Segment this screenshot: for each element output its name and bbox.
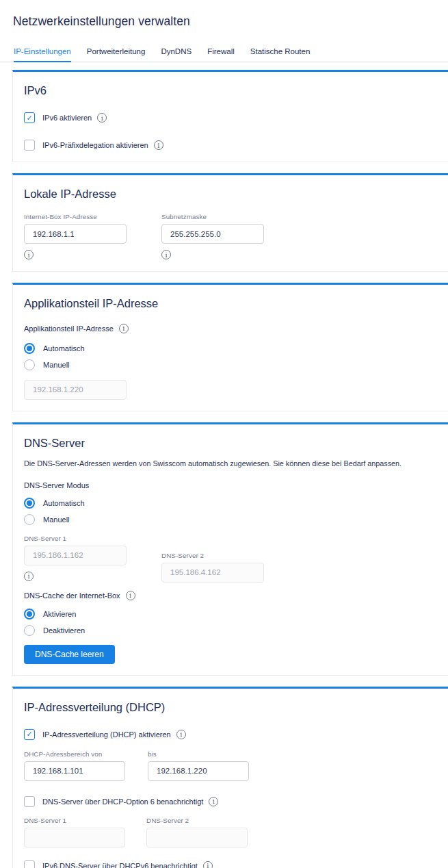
tab-bar: IP-Einstellungen Portweiterleitung DynDN… — [0, 47, 448, 62]
dns-description: Die DNS-Server-Adressen werden von Swiss… — [24, 459, 438, 468]
dns-mode-label: DNS-Server Modus — [24, 481, 89, 489]
info-icon[interactable]: i — [161, 250, 171, 259]
tab-ip-einstellungen[interactable]: IP-Einstellungen — [14, 47, 71, 62]
dhcp-enable-row: IP-Adressverteilung (DHCP) aktivieren i — [24, 729, 438, 740]
dns2-field-group: DNS-Server 2 — [161, 552, 264, 583]
dns-section-title: DNS-Server — [24, 437, 438, 450]
info-icon[interactable]: i — [24, 572, 34, 581]
app-ip-manual-label: Manuell — [43, 361, 70, 369]
tab-firewall[interactable]: Firewall — [207, 47, 235, 62]
dns2-input[interactable] — [161, 563, 264, 583]
info-icon[interactable]: i — [154, 140, 163, 150]
dns-cache-label: DNS-Cache der Internet-Box — [24, 591, 120, 600]
dns-manual-label: Manuell — [43, 515, 70, 524]
dhcp-enable-label: IP-Adressverteilung (DHCP) aktivieren — [42, 730, 171, 739]
dhcp-v6dns-checkbox[interactable] — [24, 860, 35, 868]
dhcp-section-title: IP-Adressverteilung (DHCP) — [24, 701, 438, 714]
opt6-dns1-input[interactable] — [24, 828, 125, 847]
router-ip-field-group: Internet-Box IP-Adresse i — [24, 213, 127, 260]
dhcp-opt6-row: DNS-Server über DHCP-Option 6 benachrich… — [24, 796, 438, 807]
ipv6-prefix-checkbox[interactable] — [24, 140, 35, 151]
dhcp-range-to-input[interactable] — [148, 761, 249, 781]
dns1-label: DNS-Server 1 — [24, 535, 127, 542]
tab-portweiterleitung[interactable]: Portweiterleitung — [87, 47, 146, 62]
app-ip-group-label: Applikationsteil IP-Adresse — [24, 324, 114, 333]
ipv6-enable-checkbox[interactable] — [24, 112, 35, 123]
local-ip-section-title: Lokale IP-Adresse — [24, 188, 438, 201]
subnet-input[interactable] — [161, 224, 264, 244]
dns-manual-radio[interactable] — [24, 514, 35, 525]
ipv6-section-title: IPv6 — [24, 84, 438, 97]
info-icon[interactable]: i — [119, 324, 129, 333]
app-ip-section-title: Applikationsteil IP-Adresse — [24, 297, 438, 310]
dns-cache-clear-button[interactable]: DNS-Cache leeren — [24, 645, 115, 664]
dns-auto-radio[interactable] — [24, 498, 35, 509]
dhcp-opt6-checkbox[interactable] — [24, 796, 35, 807]
info-icon[interactable]: i — [209, 797, 218, 806]
tab-dyndns[interactable]: DynDNS — [161, 47, 192, 62]
info-icon[interactable]: i — [176, 730, 186, 739]
info-icon[interactable]: i — [97, 113, 107, 123]
dns1-input[interactable] — [24, 546, 127, 565]
info-icon[interactable]: i — [24, 250, 34, 259]
subnet-label: Subnetzmaske — [161, 213, 264, 220]
opt6-dns1-label: DNS-Server 1 — [24, 817, 125, 824]
dhcp-range-to-group: bis — [148, 750, 249, 781]
opt6-dns2-group: DNS-Server 2 — [146, 817, 248, 847]
dhcp-opt6-label: DNS-Server über DHCP-Option 6 benachrich… — [42, 797, 203, 806]
opt6-dns2-input[interactable] — [146, 828, 248, 847]
dhcp-range-from-input[interactable] — [24, 761, 125, 781]
dns-auto-label: Automatisch — [43, 499, 85, 507]
app-ip-input[interactable] — [24, 380, 127, 400]
dhcp-enable-checkbox[interactable] — [24, 729, 35, 740]
info-icon[interactable]: i — [203, 861, 213, 868]
dhcp-v6dns-label: IPv6 DNS-Server über DHCPv6 benachrichti… — [42, 862, 198, 868]
dns2-label: DNS-Server 2 — [161, 552, 264, 559]
app-ip-auto-radio[interactable] — [24, 343, 35, 354]
section-local-ip: Lokale IP-Adresse Internet-Box IP-Adress… — [12, 173, 448, 272]
ipv6-enable-label: IPv6 aktivieren — [42, 114, 92, 122]
section-dns: DNS-Server Die DNS-Server-Adressen werde… — [12, 422, 448, 676]
dns1-field-group: DNS-Server 1 i — [24, 535, 127, 582]
dhcp-v6dns-row: IPv6 DNS-Server über DHCPv6 benachrichti… — [24, 860, 438, 868]
section-dhcp: IP-Adressverteilung (DHCP) IP-Adressvert… — [12, 687, 448, 868]
router-ip-input[interactable] — [24, 224, 127, 244]
opt6-dns2-label: DNS-Server 2 — [146, 817, 248, 824]
section-ipv6: IPv6 IPv6 aktivieren i IPv6-Präfixdelega… — [12, 70, 448, 162]
section-app-ip: Applikationsteil IP-Adresse Applikations… — [12, 283, 448, 411]
dns-cache-enable-label: Aktivieren — [43, 610, 76, 618]
ipv6-prefix-label: IPv6-Präfixdelegation aktivieren — [42, 141, 148, 149]
subnet-field-group: Subnetzmaske i — [161, 213, 264, 260]
dhcp-range-from-group: DHCP-Adressbereich von — [24, 750, 125, 781]
dns-cache-enable-radio[interactable] — [24, 609, 35, 620]
info-icon[interactable]: i — [126, 591, 135, 600]
app-ip-manual-radio[interactable] — [24, 359, 35, 370]
router-ip-label: Internet-Box IP-Adresse — [24, 213, 127, 220]
dhcp-range-to-label: bis — [148, 750, 249, 758]
ipv6-prefix-row: IPv6-Präfixdelegation aktivieren i — [24, 140, 438, 151]
ipv6-enable-row: IPv6 aktivieren i — [24, 112, 438, 123]
dns-cache-disable-label: Deaktivieren — [43, 626, 85, 635]
tab-statische-routen[interactable]: Statische Routen — [250, 47, 311, 62]
app-ip-auto-label: Automatisch — [43, 344, 85, 353]
dhcp-range-from-label: DHCP-Adressbereich von — [24, 750, 125, 758]
page-title: Netzwerkeinstellungen verwalten — [0, 0, 448, 29]
dns-cache-disable-radio[interactable] — [24, 625, 35, 636]
opt6-dns1-group: DNS-Server 1 — [24, 817, 125, 847]
